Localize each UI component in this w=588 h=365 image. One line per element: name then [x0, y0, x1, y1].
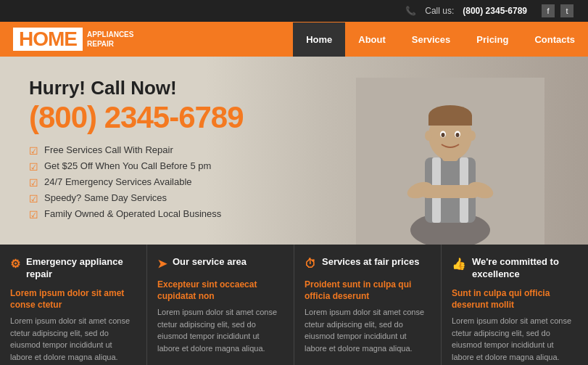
- svg-point-15: [456, 133, 460, 137]
- hero-section: Hurry! Call Now! (800) 2345-6789 ☑Free S…: [0, 57, 588, 245]
- check-icon-5: ☑: [29, 209, 38, 221]
- card-service-area: ➤ Our service area Excepteur sint occaec…: [147, 245, 294, 365]
- card-body-0: Lorem ipsum dolor sit amet conse ctetur …: [10, 315, 136, 363]
- check-icon-1: ☑: [29, 145, 38, 157]
- twitter-icon[interactable]: t: [560, 4, 573, 17]
- card-subtitle-3: Sunt in culpa qui officia deserunt molli…: [452, 288, 578, 311]
- card-title-text-2: Services at fair prices: [322, 256, 419, 268]
- card-excellence: 👍 We're committed to excellence Sunt in …: [442, 245, 588, 365]
- card-title-excellence: 👍 We're committed to excellence: [452, 256, 578, 281]
- nav-about[interactable]: About: [345, 22, 399, 57]
- svg-point-16: [425, 131, 432, 141]
- top-bar: 📞 Call us: (800) 2345-6789 f t: [0, 0, 588, 22]
- card-body-3: Lorem ipsum dolor sit amet conse ctetur …: [452, 315, 578, 363]
- card-body-2: Lorem ipsum dolor sit amet conse ctetur …: [305, 306, 431, 354]
- nav-home[interactable]: Home: [293, 22, 345, 57]
- hero-heading: Hurry! Call Now!: [29, 77, 244, 99]
- technician-image: [334, 57, 566, 245]
- gear-icon: ⚙: [10, 257, 20, 272]
- service-cards: ⚙ Emergency appliance repair Lorem ipsum…: [0, 245, 588, 365]
- feature-item-1: ☑Free Services Call With Repair: [29, 144, 244, 157]
- card-title-emergency: ⚙ Emergency appliance repair: [10, 256, 136, 281]
- card-pricing: ⏱ Services at fair prices Proident sunt …: [294, 245, 442, 365]
- hero-phone: (800) 2345-6789: [29, 101, 244, 134]
- check-icon-3: ☑: [29, 177, 38, 189]
- nav-contacts[interactable]: Contacts: [521, 22, 588, 57]
- check-icon-2: ☑: [29, 161, 38, 173]
- card-title-pricing: ⏱ Services at fair prices: [305, 256, 431, 272]
- svg-point-14: [442, 133, 445, 137]
- topbar-phone: (800) 2345-6789: [463, 6, 527, 16]
- logo-subtitle: APPLIANCES REPAIR: [87, 30, 133, 49]
- feature-item-2: ☑Get $25 Off When You Call Before 5 pm: [29, 160, 244, 173]
- logo: HOME APPLIANCES REPAIR: [0, 22, 146, 57]
- call-label: Call us:: [425, 6, 454, 16]
- card-body-1: Lorem ipsum dolor sit amet conse ctetur …: [157, 306, 283, 354]
- card-title-text-0: Emergency appliance repair: [26, 256, 136, 281]
- card-subtitle-2: Proident sunt in culpa qui officia deser…: [305, 279, 431, 302]
- svg-rect-11: [428, 115, 472, 126]
- main-nav: Home About Services Pricing Contacts: [293, 22, 588, 57]
- card-title-text-3: We're committed to excellence: [472, 256, 578, 281]
- feature-item-5: ☑Family Owned & Operated Local Business: [29, 208, 244, 221]
- facebook-icon[interactable]: f: [542, 4, 555, 17]
- header: HOME APPLIANCES REPAIR Home About Servic…: [0, 22, 588, 57]
- svg-point-17: [468, 131, 476, 141]
- svg-rect-7: [421, 185, 479, 198]
- hero-content: Hurry! Call Now! (800) 2345-6789 ☑Free S…: [0, 57, 273, 245]
- social-links: f t: [542, 4, 573, 17]
- logo-home: HOME: [13, 28, 83, 51]
- card-subtitle-1: Excepteur sint occaecat cupidatat non: [157, 279, 283, 302]
- nav-pricing[interactable]: Pricing: [463, 22, 521, 57]
- card-title-service-area: ➤ Our service area: [157, 256, 283, 272]
- card-title-text-1: Our service area: [173, 256, 247, 268]
- feature-item-3: ☑24/7 Emergency Services Available: [29, 176, 244, 189]
- feature-list: ☑Free Services Call With Repair ☑Get $25…: [29, 144, 244, 221]
- location-icon: ➤: [157, 257, 167, 272]
- thumbsup-icon: 👍: [452, 257, 466, 272]
- feature-item-4: ☑Speedy? Same Day Services: [29, 192, 244, 205]
- card-subtitle-0: Lorem ipsum dolor sit amet conse ctetur: [10, 288, 136, 311]
- card-emergency: ⚙ Emergency appliance repair Lorem ipsum…: [0, 245, 147, 365]
- nav-services[interactable]: Services: [399, 22, 464, 57]
- phone-icon: 📞: [405, 6, 416, 16]
- check-icon-4: ☑: [29, 193, 38, 205]
- clock-icon: ⏱: [305, 257, 316, 272]
